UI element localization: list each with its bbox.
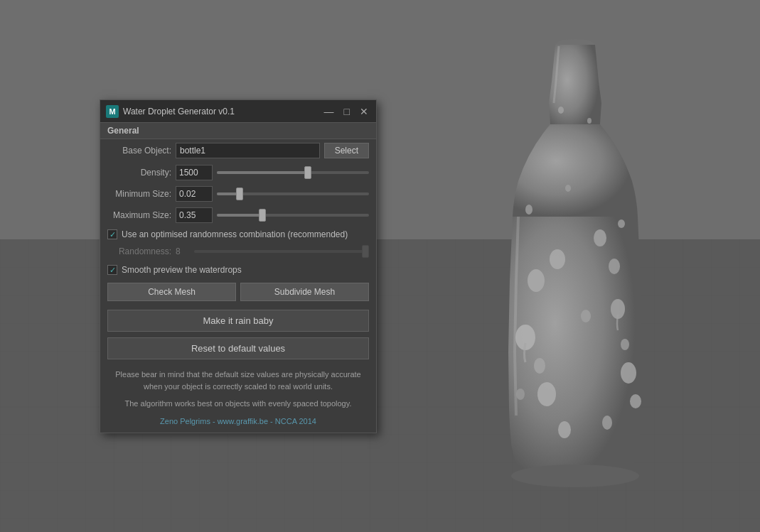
base-object-label: Base Object: [107, 146, 171, 156]
svg-point-4 [528, 269, 545, 292]
max-size-slider-container[interactable] [217, 209, 369, 222]
randomness-thumb [362, 245, 369, 258]
dialog-content: General Base Object: Select Density: Min… [100, 123, 376, 433]
svg-point-13 [534, 358, 545, 374]
density-row: Density: [100, 162, 376, 183]
svg-point-17 [516, 389, 525, 400]
min-size-label: Minimum Size: [107, 189, 171, 199]
make-rain-button[interactable]: Make it rain baby [107, 310, 369, 332]
max-size-input[interactable] [176, 207, 213, 223]
svg-point-23 [587, 118, 592, 124]
min-size-slider-container[interactable] [217, 188, 369, 200]
svg-point-7 [621, 362, 636, 384]
smooth-checkbox[interactable] [107, 265, 117, 275]
select-button[interactable]: Select [324, 143, 369, 158]
maximize-button[interactable]: □ [342, 107, 352, 116]
svg-point-18 [630, 394, 641, 408]
max-size-slider-thumb[interactable] [259, 209, 266, 222]
smooth-label: Smooth preview the waterdrops [122, 265, 242, 275]
app-icon: M [106, 105, 119, 118]
svg-point-10 [550, 249, 565, 269]
density-slider-track [217, 171, 369, 174]
close-button[interactable]: ✕ [358, 107, 370, 116]
max-size-slider-track [217, 214, 369, 217]
randomness-track [194, 250, 369, 253]
density-slider-fill [217, 171, 308, 174]
min-size-input[interactable] [176, 186, 213, 202]
randomness-row: Randomness: 8 [100, 243, 376, 261]
max-size-label: Maximum Size: [107, 210, 171, 220]
min-size-slider-track [217, 192, 369, 195]
randomness-value: 8 [176, 246, 190, 256]
reset-row: Reset to default values [100, 337, 376, 363]
svg-point-19 [525, 205, 532, 215]
mesh-buttons-row: Check Mesh Subdivide Mesh [100, 278, 376, 305]
dialog-window: M Water Droplet Generator v0.1 — □ ✕ Gen… [100, 99, 377, 433]
svg-point-14 [621, 339, 629, 350]
make-rain-row: Make it rain baby [100, 305, 376, 337]
svg-point-11 [609, 259, 620, 274]
title-bar-controls: — □ ✕ [322, 107, 370, 116]
base-object-input[interactable] [176, 143, 320, 158]
info-text-1: Please bear in mind that the default siz… [100, 363, 376, 395]
info-text-2: The algorithm works best on objects with… [100, 395, 376, 413]
min-size-slider-thumb[interactable] [236, 188, 243, 200]
reset-button[interactable]: Reset to default values [107, 337, 369, 359]
randomness-slider-container [194, 245, 369, 258]
bottle-3d [444, 11, 707, 508]
svg-point-12 [581, 310, 591, 322]
subdivide-mesh-button[interactable]: Subdivide Mesh [240, 283, 369, 301]
smooth-row[interactable]: Smooth preview the waterdrops [100, 261, 376, 278]
base-object-row: Base Object: Select [100, 139, 376, 162]
svg-point-16 [602, 416, 612, 430]
randomness-label: Randomness: [107, 246, 171, 256]
max-size-slider-fill [217, 214, 262, 217]
svg-point-9 [594, 229, 606, 246]
svg-point-22 [558, 107, 564, 114]
minimize-button[interactable]: — [322, 107, 336, 116]
density-slider-thumb[interactable] [304, 166, 311, 179]
density-label: Density: [107, 168, 171, 178]
title-bar[interactable]: M Water Droplet Generator v0.1 — □ ✕ [100, 100, 376, 123]
svg-point-21 [565, 185, 571, 192]
credit-text: Zeno Pelgrims - www.graffik.be - NCCA 20… [100, 413, 376, 433]
optimise-label: Use an optimised randomness combination … [122, 229, 348, 239]
section-general-header: General [100, 123, 376, 139]
svg-point-3 [511, 465, 639, 487]
max-size-row: Maximum Size: [100, 205, 376, 226]
check-mesh-button[interactable]: Check Mesh [107, 283, 236, 301]
svg-point-15 [558, 421, 571, 438]
density-slider-container[interactable] [217, 166, 369, 179]
dialog-title: Water Droplet Generator v0.1 [123, 107, 322, 116]
svg-point-20 [618, 219, 625, 228]
optimise-checkbox[interactable] [107, 229, 117, 239]
optimise-row[interactable]: Use an optimised randomness combination … [100, 226, 376, 243]
density-input[interactable] [176, 165, 213, 180]
min-size-row: Minimum Size: [100, 183, 376, 205]
svg-point-8 [537, 382, 556, 406]
